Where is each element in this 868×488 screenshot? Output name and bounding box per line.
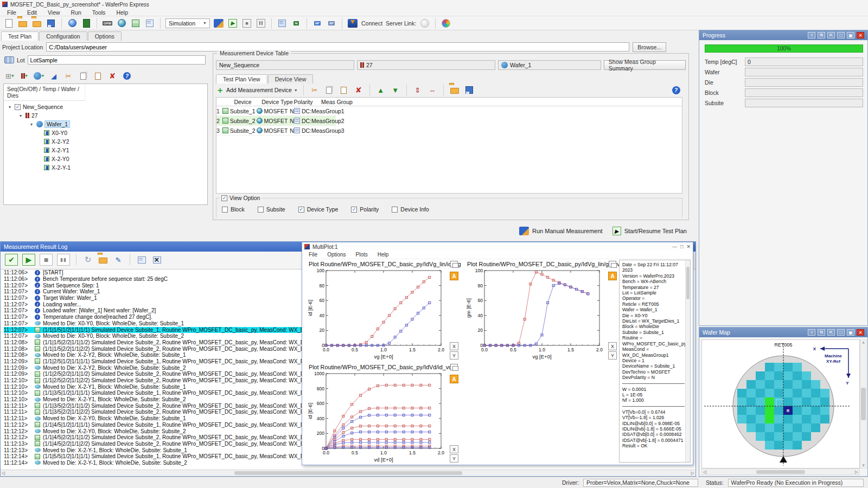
progress-close-icon[interactable]: ✕ — [857, 32, 864, 38]
rf-setup-icon[interactable]: RF — [312, 18, 323, 29]
wafer-die[interactable] — [756, 380, 765, 389]
wafer-die[interactable] — [737, 406, 746, 415]
wafer-field[interactable]: Wafer_1 — [498, 60, 601, 70]
log-horizontal-scrollbar[interactable]: ◁▷ — [1, 470, 695, 476]
wafer-die[interactable] — [783, 389, 793, 397]
wafer-die[interactable] — [802, 397, 811, 406]
wafer-die[interactable] — [793, 389, 802, 397]
chart-id-vd[interactable]: 0.00.51.01.52.002004006008001000vd [E+0]… — [307, 370, 446, 463]
wafer-die[interactable] — [793, 406, 802, 415]
wafer-die[interactable] — [774, 389, 783, 397]
menu-tools[interactable]: Tools — [87, 9, 111, 16]
tree-item-die-x-2-y1[interactable]: X-2-Y1 — [5, 146, 206, 155]
wafer-die[interactable] — [811, 397, 820, 406]
wafer-die[interactable] — [774, 423, 783, 432]
wafer-die[interactable] — [774, 397, 783, 406]
wafer-die[interactable] — [774, 441, 783, 450]
import-project-icon[interactable] — [31, 18, 42, 29]
wafer-map-help-icon[interactable]: ? — [808, 329, 815, 336]
wafer-die[interactable] — [765, 380, 774, 389]
browse-button[interactable]: Browse... — [633, 42, 666, 52]
move-down-icon[interactable]: ▼ — [390, 85, 401, 95]
filter-device-info[interactable]: Device Info — [392, 206, 429, 213]
wafer-die[interactable] — [746, 415, 756, 423]
tree-caret-icon[interactable]: ▾ — [29, 122, 34, 127]
run-manual-measurement-button[interactable]: Run Manual Measurement — [519, 227, 603, 235]
log-verify-icon[interactable]: ✔ — [5, 254, 18, 266]
copy-icon[interactable] — [78, 70, 88, 81]
tab-test-plan[interactable]: Test Plan — [1, 31, 39, 41]
chart-id-vg[interactable]: 0.00.51.01.52.0020406080100vg [E+0]id [E… — [307, 267, 446, 359]
wafer-die[interactable] — [765, 397, 774, 406]
plot-x-axis-button[interactable]: X — [450, 342, 458, 350]
wafer-die[interactable] — [811, 389, 820, 397]
wafer-die[interactable] — [802, 423, 811, 432]
wafer-map-dock-icon[interactable]: ⇱ — [827, 329, 835, 336]
info-scrollbar[interactable] — [685, 260, 690, 462]
wafer-die[interactable] — [820, 406, 829, 415]
wafer-die[interactable] — [811, 423, 820, 432]
expand-rows-icon[interactable]: ⇕ — [412, 85, 423, 95]
sequence-checkbox[interactable]: ✓ — [15, 104, 21, 110]
wafer-vertical-scrollbar[interactable]: ∧∨ — [860, 339, 867, 468]
filter-block[interactable]: Block — [222, 206, 245, 213]
tree-caret-icon[interactable]: ▾ — [7, 105, 12, 110]
tree-item-sequence[interactable]: ▾✓New_Sequence — [5, 102, 206, 111]
wafer-die[interactable] — [746, 380, 756, 389]
help-icon[interactable]: ? — [122, 70, 132, 81]
wafer-die[interactable] — [765, 441, 774, 450]
wafer-map-close-icon[interactable]: ✕ — [857, 329, 864, 336]
paste-device-icon[interactable] — [339, 85, 349, 95]
tree-item-temperature[interactable]: ▾27 — [5, 111, 206, 120]
filter-checkbox[interactable]: ✓ — [298, 207, 304, 213]
wafer-horizontal-scrollbar[interactable]: ◁▷ — [701, 468, 860, 475]
wafer-die[interactable] — [793, 397, 802, 406]
wafer-die[interactable] — [765, 406, 774, 415]
wafer-die[interactable] — [793, 371, 802, 380]
progress-float-icon[interactable]: ⧉ — [818, 32, 825, 38]
add-measurement-device-button[interactable]: ＋Add Measurement Device▼ — [216, 85, 298, 95]
column-header-polarity[interactable]: Polarity — [293, 99, 311, 105]
wafer-die[interactable] — [756, 371, 765, 380]
filter-subsite[interactable]: Subsite — [258, 206, 285, 213]
wafer-die[interactable] — [765, 432, 774, 441]
menu-help[interactable]: Help — [111, 9, 133, 16]
multiplot-menu-options[interactable]: Options — [323, 251, 350, 259]
log-run-icon[interactable]: ▶ — [22, 254, 35, 266]
wafer-die[interactable] — [774, 415, 783, 423]
tree-item-die-x-2-y0[interactable]: X-2-Y0 — [5, 155, 206, 163]
wafer-die[interactable] — [765, 389, 774, 397]
plot-y-axis-button[interactable]: Y — [608, 351, 617, 359]
wafer-die[interactable] — [793, 441, 802, 450]
wafer-die[interactable] — [746, 389, 756, 397]
wafer-map-pin-icon[interactable]: ▣ — [847, 329, 854, 336]
filter-polarity[interactable]: ✓Polarity — [351, 206, 379, 213]
calibration-icon[interactable] — [213, 18, 224, 29]
preferences-globe-icon[interactable] — [67, 18, 78, 29]
plot-layout-icon[interactable] — [450, 261, 458, 267]
multiplot-close-icon[interactable]: ✕ — [686, 244, 691, 249]
wafer-die[interactable] — [793, 423, 802, 432]
save-measgroup-icon[interactable] — [464, 85, 475, 95]
project-location-input[interactable] — [46, 42, 629, 52]
wafer-die[interactable] — [802, 415, 811, 423]
connect-icon[interactable] — [347, 18, 358, 29]
wafer-die[interactable] — [783, 441, 793, 450]
plot-autoscale-button[interactable]: A — [608, 272, 617, 280]
column-header-device-type[interactable]: Device Type — [260, 99, 293, 105]
wafer-die[interactable] — [820, 389, 829, 397]
multiplot-menu-file[interactable]: File — [304, 251, 322, 259]
wafer-die[interactable] — [746, 406, 756, 415]
wafer-die[interactable] — [783, 397, 793, 406]
wafer-die[interactable] — [756, 389, 765, 397]
wafer-die[interactable] — [783, 415, 793, 423]
menu-file[interactable]: File — [2, 9, 21, 16]
wafer-die[interactable] — [793, 415, 802, 423]
plot-x-axis-button[interactable]: X — [608, 342, 617, 350]
wafer-die[interactable] — [811, 380, 820, 389]
paste-icon[interactable] — [92, 70, 103, 81]
tree-item-die-x-2-y2[interactable]: X-2-Y2 — [5, 137, 206, 146]
wafer-die[interactable] — [802, 406, 811, 415]
plot-autoscale-button[interactable]: A — [450, 375, 458, 383]
color-palette-icon[interactable] — [441, 18, 451, 29]
